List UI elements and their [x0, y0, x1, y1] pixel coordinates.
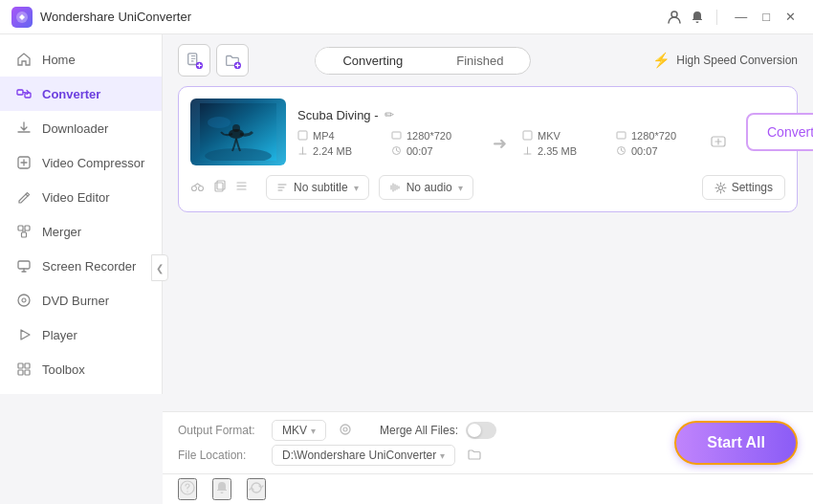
output-format: MKV — [538, 130, 560, 142]
sidebar-item-converter-label: Converter — [42, 87, 100, 101]
sidebar-item-toolbox[interactable]: Toolbox — [0, 352, 162, 386]
output-resolution-icon — [616, 130, 626, 141]
sidebar-item-downloader[interactable]: Downloader — [0, 111, 162, 145]
copy-icon — [212, 179, 227, 193]
folder-icon-button[interactable] — [467, 447, 482, 465]
output-meta: MKV 2.35 MB — [522, 130, 608, 157]
high-speed-label: High Speed Conversion — [676, 54, 798, 67]
format-value: MKV — [282, 424, 307, 437]
subtitle-icon — [276, 182, 288, 193]
close-button[interactable]: ✕ — [780, 8, 802, 26]
dvd-burner-icon — [15, 292, 33, 309]
scan-icon — [338, 422, 353, 437]
bell-icon-btn[interactable] — [690, 10, 705, 25]
start-all-button[interactable]: Start All — [674, 421, 798, 465]
sidebar-collapse-button[interactable]: ❮ — [151, 254, 168, 281]
screen-recorder-icon — [15, 257, 33, 274]
format-dropdown-arrow: ▾ — [311, 426, 316, 436]
format-select[interactable]: MKV ▾ — [272, 420, 326, 441]
file-location-select[interactable]: D:\Wondershare UniConverter ▾ — [272, 445, 455, 466]
convert-button[interactable]: Convert — [746, 113, 813, 151]
minimize-button[interactable]: — — [729, 8, 753, 26]
sidebar-item-compressor-label: Video Compressor — [42, 156, 144, 170]
video-editor-icon — [15, 188, 33, 206]
sidebar-item-home[interactable]: Home — [0, 42, 162, 77]
scan-icon-button[interactable] — [338, 422, 353, 440]
main-content: Converting Finished ⚡ High Speed Convers… — [163, 34, 813, 504]
sidebar-item-toolbox-label: Toolbox — [42, 362, 85, 377]
main-layout: Home Converter — [0, 34, 813, 504]
help-icon-button[interactable] — [178, 478, 197, 500]
status-bar — [163, 473, 813, 504]
merger-icon — [15, 223, 33, 240]
output-duration-row: 00:07 — [616, 145, 702, 157]
scissors-icon — [190, 179, 205, 193]
list-button[interactable] — [234, 179, 249, 196]
svg-point-35 — [341, 425, 350, 434]
audio-icon — [389, 182, 401, 193]
tab-finished[interactable]: Finished — [429, 48, 530, 74]
sidebar-item-home-label: Home — [42, 53, 76, 67]
input-size-row: 2.24 MB — [297, 145, 384, 157]
file-meta: MP4 2.24 MB — [297, 130, 735, 157]
sidebar-item-video-editor[interactable]: Video Editor — [0, 180, 162, 214]
file-location-row: File Location: D:\Wondershare UniConvert… — [178, 445, 659, 466]
sidebar-item-dvd-burner[interactable]: DVD Burner — [0, 283, 162, 318]
svg-point-22 — [232, 124, 240, 132]
folder-icon — [467, 447, 482, 462]
notification-icon-button[interactable] — [212, 478, 231, 500]
output-duration-icon — [616, 145, 626, 156]
input-resolution: 1280*720 — [406, 130, 451, 142]
svg-rect-27 — [617, 132, 626, 139]
home-icon — [15, 51, 33, 68]
settings-button[interactable]: Settings — [702, 175, 785, 200]
svg-rect-6 — [25, 226, 30, 230]
edit-title-icon[interactable]: ✏ — [385, 108, 394, 121]
bottom-left: Output Format: MKV ▾ Merge All Files: — [178, 420, 659, 466]
file-settings-icon-button[interactable] — [710, 133, 727, 154]
sidebar: Home Converter — [0, 34, 163, 394]
svg-point-9 — [18, 295, 30, 306]
output-resolution-row: 1280*720 — [616, 130, 702, 142]
sync-icon-button[interactable] — [247, 478, 266, 500]
file-location-label: File Location: — [178, 449, 264, 462]
maximize-button[interactable]: □ — [757, 8, 776, 26]
input-format-row: MP4 — [297, 130, 384, 142]
arrow-icon: ➜ — [493, 133, 507, 154]
user-icon-btn[interactable] — [667, 10, 682, 25]
list-icon — [234, 179, 249, 193]
subtitle-select[interactable]: No subtitle ▾ — [266, 175, 369, 200]
merge-toggle[interactable] — [466, 422, 496, 439]
toolbar-actions — [178, 44, 249, 77]
sidebar-item-converter[interactable]: Converter — [0, 77, 162, 111]
cut-button[interactable] — [190, 179, 205, 196]
file-thumbnail — [190, 99, 286, 165]
svg-rect-11 — [18, 363, 23, 368]
sidebar-item-screen-recorder[interactable]: Screen Recorder — [0, 249, 162, 283]
titlebar-left: Wondershare UniConverter — [11, 7, 191, 28]
file-title: Scuba Diving - ✏ — [297, 108, 735, 122]
sidebar-item-merger[interactable]: Merger — [0, 214, 162, 249]
copy-button[interactable] — [212, 179, 227, 196]
settings-icon — [710, 133, 727, 150]
sidebar-item-player[interactable]: Player — [0, 318, 162, 352]
add-folder-button[interactable] — [216, 44, 249, 77]
output-size: 2.35 MB — [538, 145, 577, 157]
sidebar-wrapper: Home Converter — [0, 34, 163, 504]
tab-converting[interactable]: Converting — [316, 48, 429, 74]
file-list: Scuba Diving - ✏ MP4 — [163, 86, 813, 411]
app-icon — [11, 7, 33, 28]
svg-rect-33 — [217, 181, 225, 189]
audio-select[interactable]: No audio ▾ — [379, 175, 473, 200]
file-card-bottom: No subtitle ▾ No audio ▾ — [190, 175, 785, 200]
svg-rect-7 — [22, 232, 27, 237]
user-icon — [667, 10, 682, 25]
file-card-top: Scuba Diving - ✏ MP4 — [190, 99, 785, 165]
sidebar-item-video-compressor[interactable]: Video Compressor — [0, 145, 162, 180]
add-file-button[interactable] — [178, 44, 210, 77]
svg-point-34 — [718, 186, 722, 189]
sidebar-item-dvdburner-label: DVD Burner — [42, 294, 109, 308]
thumbnail-image — [200, 103, 276, 161]
sync-icon — [249, 480, 264, 495]
high-speed-section: ⚡ High Speed Conversion — [652, 52, 798, 69]
